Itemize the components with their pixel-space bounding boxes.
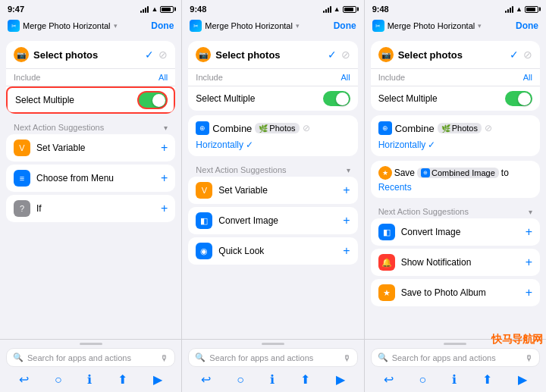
action-add-icon[interactable]: + bbox=[343, 244, 350, 258]
play-icon[interactable]: ▶ bbox=[336, 372, 345, 387]
include-label: Include bbox=[378, 73, 405, 82]
search-icon: 🔍 bbox=[378, 353, 388, 362]
app-title: Merge Photo Horizontal bbox=[205, 21, 293, 30]
share-icon[interactable]: ⬆ bbox=[482, 372, 492, 387]
search-bar[interactable]: 🔍 Search for apps and actions 🎙 bbox=[371, 348, 540, 367]
combine-gear-icon[interactable]: ⊘ bbox=[303, 123, 310, 133]
undo-icon[interactable]: ↩ bbox=[384, 372, 394, 387]
clock-icon[interactable]: ○ bbox=[55, 373, 62, 387]
photos-chip[interactable]: 🌿 Photos bbox=[255, 123, 299, 133]
info-icon[interactable]: ℹ bbox=[87, 372, 92, 387]
action-add-icon[interactable]: + bbox=[161, 171, 168, 185]
select-photos-gear-icon[interactable]: ⊘ bbox=[523, 49, 532, 61]
action-item[interactable]: ≡ Choose from Menu + bbox=[6, 165, 175, 192]
select-multiple-row: Select Multiple bbox=[371, 86, 540, 111]
photos-chip[interactable]: 🌿 Photos bbox=[438, 123, 482, 133]
undo-icon[interactable]: ↩ bbox=[201, 372, 211, 387]
mic-icon[interactable]: 🎙 bbox=[343, 353, 351, 362]
watermark: 快马导航网 bbox=[491, 333, 543, 347]
search-bar[interactable]: 🔍 Search for apps and actions 🎙 bbox=[6, 348, 175, 367]
play-icon[interactable]: ▶ bbox=[153, 372, 162, 387]
action-add-icon[interactable]: + bbox=[526, 225, 532, 239]
info-icon[interactable]: ℹ bbox=[270, 372, 275, 387]
combine-gear-icon[interactable]: ⊘ bbox=[485, 123, 492, 133]
select-photos-row[interactable]: 📷 Select photos ✓ ⊘ bbox=[371, 41, 540, 69]
include-label: Include bbox=[14, 73, 40, 82]
drag-pill bbox=[80, 343, 102, 345]
chevron-down-icon[interactable]: ▾ bbox=[296, 22, 300, 30]
action-item[interactable]: ◧ Convert Image + bbox=[371, 218, 540, 246]
select-multiple-row: Select Multiple bbox=[6, 86, 175, 114]
clock-icon[interactable]: ○ bbox=[419, 373, 427, 387]
combined-icon: ⊕ bbox=[421, 168, 430, 177]
action-icon: ★ bbox=[378, 284, 395, 301]
suggestions-chevron-icon[interactable]: ▾ bbox=[164, 124, 168, 132]
combine-card[interactable]: ⊕ Combine 🌿 Photos ⊘ Horizontally ✓ bbox=[188, 115, 357, 156]
share-icon[interactable]: ⬆ bbox=[300, 372, 310, 387]
action-add-icon[interactable]: + bbox=[161, 202, 168, 215]
combined-image-chip[interactable]: ⊕ Combined Image bbox=[417, 168, 499, 178]
search-bar[interactable]: 🔍 Search for apps and actions 🎙 bbox=[188, 348, 357, 367]
action-item[interactable]: ? If + bbox=[6, 195, 175, 222]
action-add-icon[interactable]: + bbox=[161, 141, 168, 155]
action-label: Convert Image bbox=[401, 227, 519, 237]
mic-icon[interactable]: 🎙 bbox=[525, 353, 533, 362]
action-item[interactable]: ◧ Convert Image + bbox=[188, 207, 357, 234]
select-multiple-toggle[interactable] bbox=[323, 91, 350, 106]
combine-label: Combine bbox=[395, 123, 435, 134]
include-all-button[interactable]: All bbox=[340, 73, 350, 82]
select-multiple-toggle[interactable] bbox=[139, 93, 166, 108]
chevron-down-icon[interactable]: ▾ bbox=[114, 22, 118, 30]
undo-icon[interactable]: ↩ bbox=[19, 372, 29, 387]
include-all-button[interactable]: All bbox=[523, 73, 532, 82]
done-button[interactable]: Done bbox=[516, 20, 538, 31]
action-item[interactable]: V Set Variable + bbox=[188, 177, 357, 204]
action-label: Choose from Menu bbox=[36, 173, 155, 183]
clock-icon[interactable]: ○ bbox=[237, 373, 244, 387]
select-photos-gear-icon[interactable]: ⊘ bbox=[341, 49, 350, 61]
app-header: ✂ Merge Photo Horizontal ▾ Done bbox=[182, 17, 363, 36]
action-add-icon[interactable]: + bbox=[343, 183, 350, 197]
select-multiple-toggle[interactable] bbox=[505, 91, 532, 106]
action-item[interactable]: ◉ Quick Look + bbox=[188, 237, 357, 265]
combine-sub: Horizontally ✓ bbox=[378, 138, 532, 150]
recents-link[interactable]: Recents bbox=[378, 182, 412, 193]
select-photos-gear-icon[interactable]: ⊘ bbox=[158, 49, 168, 61]
action-add-icon[interactable]: + bbox=[526, 256, 532, 269]
action-item[interactable]: 🔔 Show Notification + bbox=[371, 249, 540, 276]
mic-icon[interactable]: 🎙 bbox=[160, 353, 168, 362]
suggestions-chevron-icon[interactable]: ▾ bbox=[347, 166, 350, 174]
status-icons: ▲ bbox=[323, 5, 356, 13]
search-icon: 🔍 bbox=[13, 353, 24, 362]
bottom-bar: 🔍 Search for apps and actions 🎙 ↩ ○ ℹ ⬆ … bbox=[182, 339, 363, 392]
action-add-icon[interactable]: + bbox=[343, 214, 350, 227]
action-add-icon[interactable]: + bbox=[526, 286, 532, 299]
suggestions-header: Next Action Suggestions ▾ bbox=[6, 118, 175, 134]
save-label: Save bbox=[394, 168, 415, 178]
status-bar: 9:47 ▲ bbox=[0, 0, 181, 17]
share-icon[interactable]: ⬆ bbox=[118, 372, 127, 387]
done-button[interactable]: Done bbox=[151, 20, 174, 31]
phones-container: 9:47 ▲ ✂ Merge Photo Horizontal ▾ Done 📷… bbox=[0, 0, 546, 392]
select-photos-row[interactable]: 📷 Select photos ✓ ⊘ bbox=[188, 41, 357, 69]
select-photos-row[interactable]: 📷 Select photos ✓ ⊘ bbox=[6, 41, 175, 69]
suggestions-label: Next Action Suggestions bbox=[378, 207, 469, 216]
search-placeholder: Search for apps and actions bbox=[209, 353, 338, 362]
combine-check-icon: ✓ bbox=[428, 140, 435, 150]
wifi-icon: ▲ bbox=[334, 5, 340, 13]
combine-card[interactable]: ⊕ Combine 🌿 Photos ⊘ Horizontally ✓ bbox=[371, 115, 540, 156]
include-row: Include All bbox=[371, 69, 540, 86]
action-item[interactable]: ★ Save to Photo Album + bbox=[371, 279, 540, 306]
info-icon[interactable]: ℹ bbox=[452, 372, 457, 387]
wifi-icon: ▲ bbox=[516, 5, 522, 13]
done-button[interactable]: Done bbox=[334, 20, 356, 31]
bottom-actions: ↩ ○ ℹ ⬆ ▶ bbox=[6, 371, 175, 389]
action-label: Set Variable bbox=[36, 143, 155, 153]
chevron-down-icon[interactable]: ▾ bbox=[478, 22, 482, 30]
app-icon: ✂ bbox=[8, 20, 20, 32]
include-all-button[interactable]: All bbox=[158, 73, 168, 82]
action-item[interactable]: V Set Variable + bbox=[6, 134, 175, 162]
play-icon[interactable]: ▶ bbox=[518, 372, 527, 387]
suggestions-chevron-icon[interactable]: ▾ bbox=[529, 208, 532, 216]
save-card[interactable]: ★ Save ⊕ Combined Image to Recents bbox=[371, 161, 540, 198]
